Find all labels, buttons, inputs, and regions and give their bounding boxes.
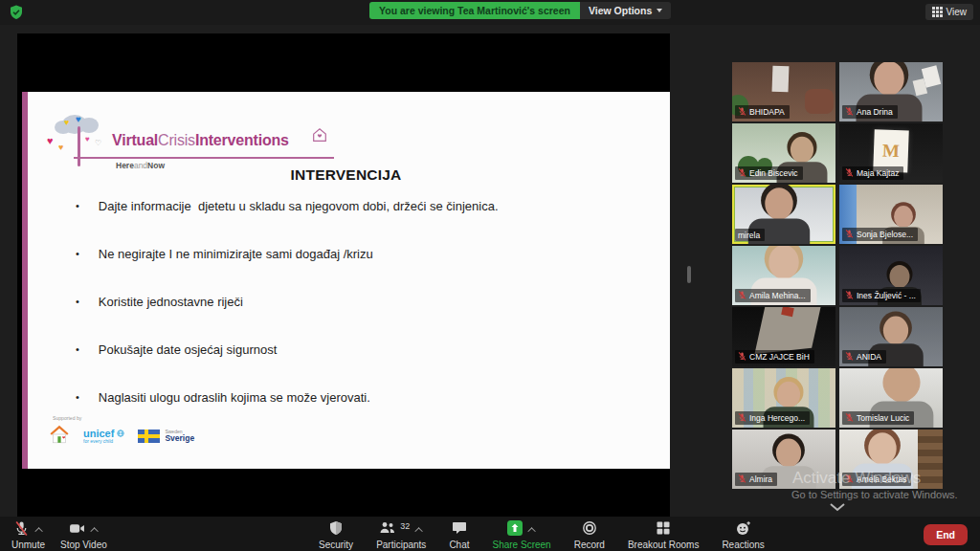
chevron-up-icon[interactable] [527, 527, 535, 535]
activate-windows-watermark: Activate Windows [792, 469, 921, 488]
toolbar-center-group: Security 32 Participants Chat [319, 521, 765, 550]
tool-label: Reactions [722, 540, 764, 550]
participant-name-label: Ines Žuljević - ... [842, 289, 921, 302]
participant-name: Sonja Bjelose... [857, 230, 913, 239]
participant-tile-ana-drina[interactable]: Ana Drina [839, 62, 943, 121]
people-icon [379, 520, 396, 540]
viewing-screen-banner: You are viewing Tea Martinović's screen [369, 2, 580, 19]
tool-label: Share Screen [493, 540, 551, 550]
participant-tile-maja-kajtaz[interactable]: M Maja Kajtaz [839, 123, 943, 183]
muted-mic-icon [738, 413, 746, 424]
participant-name-label: Sonja Bjelose... [842, 228, 918, 241]
muted-mic-icon [845, 107, 854, 118]
toolbar-stop-video-button[interactable]: Stop Video [60, 521, 107, 550]
view-button[interactable]: View [925, 4, 974, 20]
here-and-now-house-logo [49, 424, 70, 449]
bullet-dot: • [76, 296, 79, 309]
participant-name: Inga Hercego... [749, 413, 805, 423]
slide-title: INTERVENCIJA [22, 166, 670, 184]
participant-tile-inga-hercego[interactable]: Inga Hercego... [732, 368, 835, 428]
heart-icon: ♥ [58, 143, 63, 152]
bullet-text: Ne negirajte I ne minimizirajte sami dog… [99, 247, 373, 261]
muted-mic-icon [845, 168, 854, 179]
virtual-crisis-interventions-logo: ♥ ♥ ♥ ♥ ♥ ♡ VirtualCrisisInterventions H… [51, 115, 328, 174]
toolbar-left-group: Unmute Stop Video [11, 521, 107, 550]
toolbar-security-button[interactable]: Security [319, 521, 353, 550]
participants-count-badge: 32 [400, 521, 410, 531]
toolbar-unmute-button[interactable]: Unmute [11, 521, 45, 550]
participant-name: Amila Mehina... [749, 291, 806, 300]
chevron-down-icon [657, 9, 662, 12]
participant-tile-edin-biscevic[interactable]: Edin Biscevic [732, 123, 835, 183]
participant-name: BHIDAPA [749, 107, 785, 117]
sweden-flag-icon [138, 430, 160, 443]
share-icon [507, 520, 523, 540]
participant-name-label: CMZ JAJCE BiH [735, 350, 814, 364]
muted-mic-icon [738, 107, 746, 118]
meeting-info-shield-icon[interactable] [9, 5, 24, 20]
participant-tile-tomislav-lucic[interactable]: Tomislav Lucic [839, 368, 943, 428]
heart-icon: ♥ [47, 136, 54, 146]
view-options-label: View Options [589, 2, 652, 19]
tool-label: Stop Video [60, 540, 107, 550]
unicef-logo: unicef for every child [83, 428, 124, 445]
participant-tile-mirela[interactable]: mirela [732, 185, 835, 244]
muted-mic-icon [738, 291, 746, 301]
participant-name: Ines Žuljević - ... [857, 291, 916, 300]
participant-tile-sonja-bjelose[interactable]: Sonja Bjelose... [839, 185, 943, 244]
participant-name: CMZ JAJCE BiH [749, 352, 810, 362]
chevron-up-icon[interactable] [34, 527, 42, 535]
bullet-text: Naglasiti ulogu odraslih kojima se može … [99, 390, 370, 405]
heart-icon: ♥ [85, 136, 90, 143]
participant-name-label: ANIDA [842, 350, 886, 364]
supported-by-label: Supported by [53, 415, 81, 420]
shield-icon [328, 520, 344, 540]
toolbar-breakout-rooms-button[interactable]: Breakout Rooms [628, 521, 699, 550]
slide-bullet: •Koristite jednostavne riječi [76, 295, 631, 309]
bullet-dot: • [76, 200, 79, 213]
chevron-up-icon[interactable] [90, 527, 98, 535]
muted-mic-icon [845, 291, 854, 301]
toolbar-reactions-button[interactable]: Reactions [722, 521, 764, 550]
slide-bullet: •Pokušajte date osjećaj sigurnost [76, 342, 631, 357]
toolbar-record-button[interactable]: Record [574, 521, 605, 550]
bullet-dot: • [76, 391, 79, 405]
participant-name-label: Inga Hercego... [735, 411, 810, 425]
sweden-sverige-logo: SwedenSverige [138, 430, 194, 444]
chevron-up-icon[interactable] [415, 527, 423, 535]
smile-icon [735, 520, 751, 540]
participant-tile-bhidapa[interactable]: BHIDAPA [732, 62, 835, 121]
heart-icon: ♥ [64, 119, 69, 127]
muted-mic-icon [738, 474, 746, 485]
shared-screen-area: ♥ ♥ ♥ ♥ ♥ ♡ VirtualCrisisInterventions H… [17, 33, 670, 517]
toolbar-share-screen-button[interactable]: Share Screen [493, 521, 551, 550]
participant-name-label: Ana Drina [842, 105, 898, 119]
slide-bullet: •Ne negirajte I ne minimizirajte sami do… [76, 247, 631, 261]
participant-tile-cmz-jajce-bih[interactable]: CMZ JAJCE BiH [732, 307, 835, 366]
participant-name: Ana Drina [857, 107, 893, 117]
tool-label: Breakout Rooms [628, 540, 699, 550]
participant-name-label: mirela [735, 229, 765, 241]
view-options-button[interactable]: View Options [580, 2, 671, 19]
participant-tile-ines-uljevi[interactable]: Ines Žuljević - ... [839, 246, 943, 305]
participant-name: Tomislav Lucic [857, 413, 909, 423]
slide-accent-strip [22, 92, 28, 469]
participant-name-label: Amila Mehina... [735, 289, 811, 302]
muted-mic-icon [738, 352, 746, 363]
bullet-dot: • [76, 248, 79, 261]
collapse-gallery-chevron-icon[interactable] [829, 498, 846, 508]
toolbar-chat-button[interactable]: Chat [449, 521, 469, 550]
end-meeting-button[interactable]: End [924, 524, 968, 545]
muted-mic-icon [845, 352, 854, 363]
house-heart-icon [311, 126, 328, 147]
panel-resize-handle[interactable] [687, 266, 691, 283]
participant-name-label: Maja Kajtaz [842, 166, 903, 180]
participants-gallery: BHIDAPA Ana Drina Edin Biscevic M [732, 62, 943, 489]
brand-wordmark: VirtualCrisisInterventions [112, 132, 289, 149]
participant-tile-anida[interactable]: ANIDA [839, 307, 943, 366]
toolbar-participants-button[interactable]: 32 Participants [376, 521, 426, 550]
mic-muted-icon [13, 520, 30, 540]
bullet-dot: • [76, 343, 79, 357]
gallery-grid-icon [932, 7, 943, 17]
participant-tile-amila-mehina[interactable]: Amila Mehina... [732, 246, 835, 305]
